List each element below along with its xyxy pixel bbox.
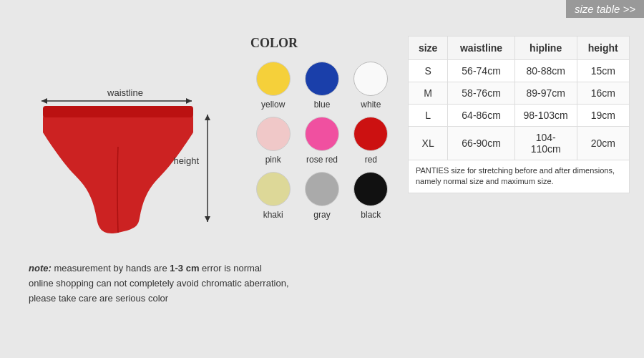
size-table: sizewaistlinehiplineheightS56-74cm80-88c… <box>408 36 630 193</box>
color-item-red: red <box>348 117 394 165</box>
table-note-row: PANTIES size for stretching before and a… <box>409 160 630 193</box>
table-cell-waistline: 66-90cm <box>448 127 514 160</box>
table-header-waistline: waistline <box>448 37 514 60</box>
color-name-khaki: khaki <box>263 210 283 220</box>
color-name-red: red <box>365 155 377 165</box>
color-circle-red <box>353 117 388 151</box>
color-section: COLOR yellowbluewhitepinkrose redredkhak… <box>250 36 394 236</box>
size-table-banner: size table >> <box>566 0 644 18</box>
svg-marker-2 <box>186 98 192 104</box>
note-line2: online shopping can not completely avoid… <box>29 278 289 289</box>
table-cell-size: M <box>409 82 448 105</box>
table-cell-hipline: 80-88cm <box>514 60 577 82</box>
table-cell-waistline: 56-74cm <box>448 60 514 82</box>
table-cell-height: 15cm <box>577 60 630 82</box>
table-cell-hipline: 89-97cm <box>514 82 577 105</box>
table-row: S56-74cm80-88cm15cm <box>409 60 630 82</box>
color-name-pink: pink <box>265 155 281 165</box>
table-row: M58-76cm89-97cm16cm <box>409 82 630 105</box>
table-cell-size: XL <box>409 127 448 160</box>
table-row: L64-86cm98-103cm19cm <box>409 105 630 127</box>
color-name-black: black <box>361 210 381 220</box>
height-indicator: height <box>200 111 215 226</box>
bottom-note: note: measurement by hands are 1-3 cm er… <box>14 261 630 306</box>
waistline-label: waistline <box>107 87 143 98</box>
table-cell-size: L <box>409 105 448 127</box>
color-circle-black <box>353 172 388 206</box>
garment-diagram: waistline height <box>14 36 236 236</box>
note-text2: error is normal <box>202 263 262 274</box>
color-item-khaki: khaki <box>250 172 296 220</box>
table-cell-height: 19cm <box>577 105 630 127</box>
color-circle-white <box>353 62 388 96</box>
note-line3: please take care are serious color <box>29 293 168 304</box>
size-table-section: sizewaistlinehiplineheightS56-74cm80-88c… <box>408 36 630 236</box>
color-name-gray: gray <box>313 210 330 220</box>
color-name-yellow: yellow <box>261 100 285 110</box>
note-text1: measurement by hands are <box>54 263 170 274</box>
table-cell-height: 20cm <box>577 127 630 160</box>
color-circle-khaki <box>256 172 291 206</box>
color-item-blue: blue <box>299 62 344 110</box>
table-cell-height: 16cm <box>577 82 630 105</box>
color-item-pink: pink <box>250 117 296 165</box>
table-header-height: height <box>577 37 630 60</box>
color-circle-rose-red <box>305 117 339 151</box>
color-item-gray: gray <box>299 172 344 220</box>
color-circle-yellow <box>256 62 291 96</box>
underwear-shape <box>39 104 197 240</box>
table-header-hipline: hipline <box>514 37 577 60</box>
table-cell-hipline: 104-110cm <box>514 127 577 160</box>
height-label: height <box>174 155 199 166</box>
svg-marker-5 <box>205 115 210 120</box>
color-title: COLOR <box>250 36 394 51</box>
table-cell-hipline: 98-103cm <box>514 105 577 127</box>
table-header-size: size <box>409 37 448 60</box>
note-label: note: <box>29 263 52 274</box>
table-note: PANTIES size for stretching before and a… <box>409 160 630 193</box>
color-name-rose-red: rose red <box>306 155 338 165</box>
color-item-white: white <box>348 62 394 110</box>
svg-marker-6 <box>205 216 210 222</box>
note-highlight: 1-3 cm <box>170 263 199 274</box>
svg-rect-3 <box>43 106 193 117</box>
color-item-rose-red: rose red <box>299 117 344 165</box>
color-item-black: black <box>348 172 394 220</box>
bottom-section: note: measurement by hands are 1-3 cm er… <box>0 261 644 313</box>
color-grid: yellowbluewhitepinkrose redredkhakigrayb… <box>250 62 394 220</box>
svg-marker-1 <box>42 98 47 104</box>
color-name-blue: blue <box>314 100 331 110</box>
color-circle-gray <box>305 172 339 206</box>
color-name-white: white <box>361 100 381 110</box>
color-item-yellow: yellow <box>250 62 296 110</box>
table-row: XL66-90cm104-110cm20cm <box>409 127 630 160</box>
table-cell-size: S <box>409 60 448 82</box>
table-cell-waistline: 58-76cm <box>448 82 514 105</box>
color-circle-blue <box>305 62 339 96</box>
color-circle-pink <box>256 117 291 151</box>
table-cell-waistline: 64-86cm <box>448 105 514 127</box>
